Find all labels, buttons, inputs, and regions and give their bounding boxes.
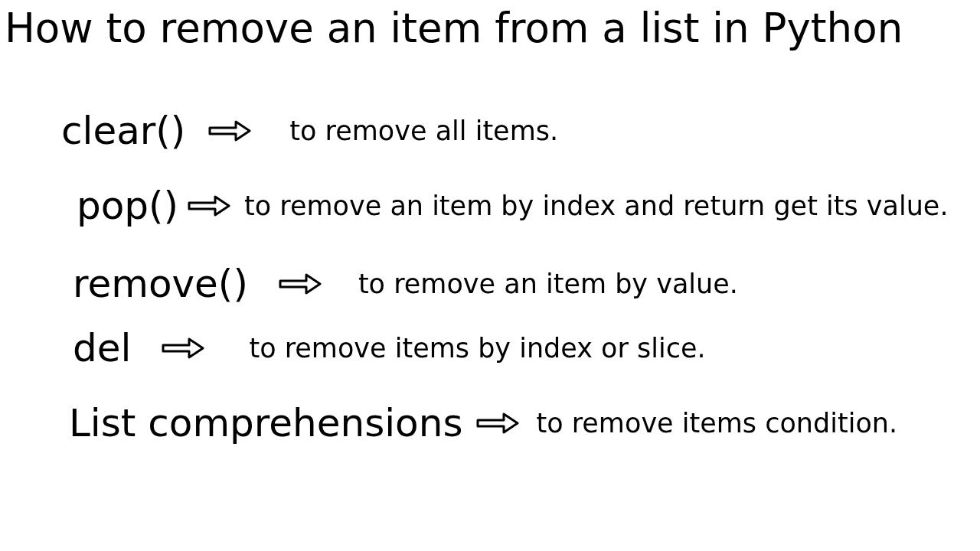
list-item: clear() to remove all items. — [0, 112, 980, 150]
method-list: clear() to remove all items. pop() to re… — [0, 51, 980, 442]
method-name: clear() — [61, 112, 185, 150]
list-item: remove() to remove an item by value. — [0, 265, 980, 303]
method-name: remove() — [73, 265, 248, 303]
method-name: List comprehensions — [69, 404, 462, 442]
arrow-right-icon — [476, 412, 519, 435]
method-name: del — [73, 329, 131, 367]
list-item: List comprehensions to remove items cond… — [0, 404, 980, 442]
method-description: to remove an item by value. — [358, 271, 738, 298]
arrow-right-icon — [162, 337, 204, 360]
list-item: del to remove items by index or slice. — [0, 329, 980, 367]
arrow-right-icon — [208, 119, 251, 142]
method-description: to remove an item by index and return ge… — [244, 193, 948, 220]
method-description: to remove items condition. — [536, 410, 897, 437]
arrow-right-icon — [279, 272, 322, 295]
page-title: How to remove an item from a list in Pyt… — [0, 0, 980, 51]
method-description: to remove items by index or slice. — [249, 335, 705, 362]
arrow-right-icon — [188, 194, 230, 217]
method-description: to remove all items. — [289, 118, 558, 145]
list-item: pop() to remove an item by index and ret… — [0, 187, 980, 225]
method-name: pop() — [77, 187, 178, 225]
